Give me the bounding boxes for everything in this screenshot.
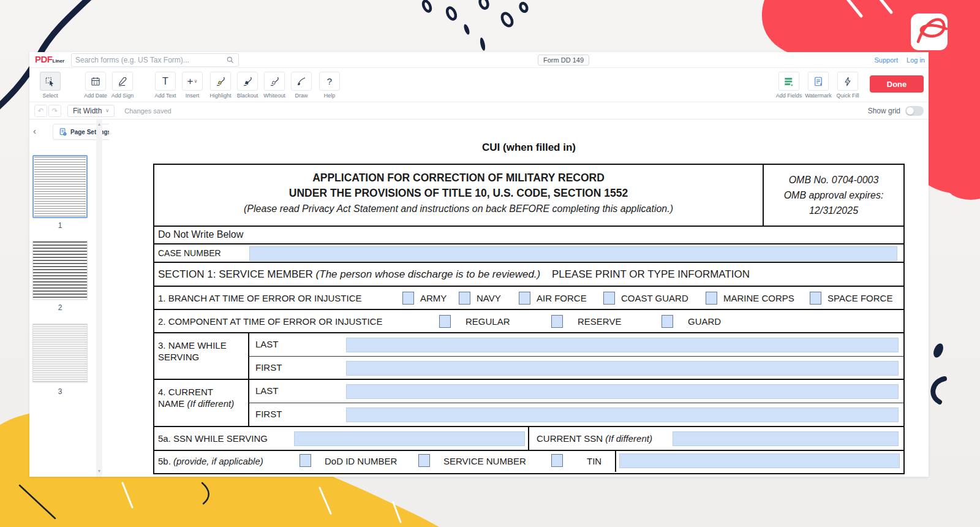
omb-number: OMB No. 0704-0003 [764, 172, 903, 188]
toggle-knob [907, 107, 914, 115]
first-label: FIRST [255, 409, 282, 419]
page-thumbnail-2[interactable] [32, 241, 88, 300]
add-fields-button[interactable]: Add Fields [775, 72, 802, 99]
select-cursor-icon [45, 76, 56, 87]
sidebar-collapse-button[interactable]: ‹ [33, 126, 36, 136]
undo-button[interactable]: ↶ [34, 105, 47, 117]
undo-icon: ↶ [37, 107, 43, 115]
serving-last-name-field[interactable] [346, 338, 899, 352]
page-thumbnail-1[interactable] [32, 155, 88, 218]
zoom-mode-value: Fit Width [73, 107, 102, 115]
navy-checkbox[interactable] [459, 292, 470, 305]
search-icon[interactable] [226, 56, 235, 64]
done-button[interactable]: Done [870, 75, 924, 93]
question3-label-line1: 3. NAME WHILE [158, 340, 227, 351]
add-text-button[interactable]: T Add Text [152, 72, 179, 99]
option-marine-corps: MARINE CORPS [706, 292, 794, 305]
current-last-name-field[interactable] [346, 384, 899, 399]
sidebar-scrollbar[interactable]: ▲ ▼ [96, 119, 102, 477]
help-button[interactable]: ? Help [316, 72, 343, 99]
logo-pdf-text: PDF [35, 54, 53, 64]
air-force-checkbox[interactable] [519, 292, 530, 305]
marine-corps-checkbox[interactable] [706, 292, 717, 305]
do-not-write-row: Do Not Write Below [154, 227, 903, 245]
view-toolbar: ↶ ↷ Fit Width ∨ Changes saved Show grid [29, 102, 929, 119]
question3-row: 3. NAME WHILESERVING LAST FIRST [154, 333, 903, 380]
ssn-while-serving-field[interactable] [294, 431, 525, 446]
section1-title: SECTION 1: SERVICE MEMBER [158, 268, 313, 280]
insert-button[interactable]: +∨ Insert [179, 72, 206, 99]
service-number-label: SERVICE NUMBER [443, 456, 526, 466]
draw-button[interactable]: Draw [288, 72, 315, 99]
current-ssn-field[interactable] [673, 431, 899, 446]
whiteout-button[interactable]: Whiteout [261, 72, 288, 99]
dots-cluster-dashes [463, 23, 486, 51]
pages-sidebar: ‹ Page Settings 1 2 3 ▲ ▼ [29, 119, 109, 477]
document-title-chip: Form DD 149 [538, 55, 589, 66]
regular-checkbox[interactable] [439, 315, 451, 328]
draw-pen-icon [296, 76, 307, 87]
option-regular: REGULAR [439, 315, 510, 328]
guard-checkbox[interactable] [662, 315, 673, 328]
search-form [71, 53, 239, 67]
section1-header: SECTION 1: SERVICE MEMBER (The person wh… [154, 263, 903, 287]
option-air-force: AIR FORCE [519, 292, 587, 305]
text-tool-icon: T [162, 76, 168, 87]
form-title-row: APPLICATION FOR CORRECTION OF MILITARY R… [154, 165, 903, 227]
question2-row: 2. COMPONENT AT TIME OF ERROR OR INJUSTI… [154, 310, 903, 333]
search-input[interactable] [75, 56, 226, 64]
page-settings-icon [59, 127, 67, 136]
quick-fill-button[interactable]: Quick Fill [834, 72, 861, 99]
page-number-1: 1 [32, 221, 88, 230]
redo-button[interactable]: ↷ [48, 105, 61, 117]
scroll-up-icon[interactable]: ▲ [96, 122, 102, 126]
case-number-field[interactable] [249, 246, 897, 261]
id-number-field[interactable] [619, 453, 900, 468]
show-grid-toggle[interactable] [905, 106, 924, 116]
page-thumbnail-3[interactable] [32, 324, 88, 382]
dd149-form: APPLICATION FOR CORRECTION OF MILITARY R… [153, 164, 905, 474]
question2-label: 2. COMPONENT AT TIME OF ERROR OR INJUSTI… [158, 316, 382, 327]
option-reserve: RESERVE [551, 315, 621, 328]
calendar-icon [90, 76, 101, 87]
add-date-button[interactable]: Add Date [82, 72, 109, 99]
dots-cluster [422, 0, 529, 28]
login-link[interactable]: Log in [907, 56, 925, 64]
scroll-down-icon[interactable]: ▼ [96, 469, 102, 473]
lightning-icon [843, 77, 853, 86]
question5b-label: 5b. (provide, if applicable) [158, 456, 263, 466]
select-tool-button[interactable]: Select [37, 72, 64, 99]
current-first-name-field[interactable] [346, 408, 899, 422]
question4-label-line2: NAME [158, 398, 187, 409]
highlight-brush-icon [215, 76, 226, 87]
question-icon: ? [327, 76, 332, 86]
omb-box: OMB No. 0704-0003 OMB approval expires: … [764, 165, 903, 226]
option-space-force: SPACE FORCE [810, 292, 892, 305]
pdfliner-logo[interactable]: PDFLiner [35, 54, 64, 64]
add-fields-icon [783, 76, 794, 87]
logo-liner-text: Liner [53, 58, 65, 64]
add-sign-button[interactable]: Add Sign [109, 72, 136, 99]
form-title-line3: (Please read Privacy Act Statement and i… [154, 201, 763, 217]
save-status: Changes saved [124, 107, 171, 115]
zoom-mode-dropdown[interactable]: Fit Width ∨ [67, 105, 115, 117]
serving-first-name-field[interactable] [346, 361, 899, 376]
support-link[interactable]: Support [874, 56, 898, 64]
watermark-button[interactable]: Watermark [805, 72, 832, 99]
tin-checkbox[interactable] [551, 454, 563, 467]
question3-label-line2: SERVING [158, 352, 199, 362]
coast-guard-checkbox[interactable] [603, 292, 615, 305]
dod-id-checkbox[interactable] [300, 454, 311, 467]
show-grid-label: Show grid [868, 107, 900, 115]
service-number-checkbox[interactable] [418, 454, 430, 467]
highlight-button[interactable]: Highlight [207, 72, 234, 99]
space-force-checkbox[interactable] [810, 292, 821, 305]
page-settings-button[interactable]: Page Settings [53, 124, 117, 140]
chevron-down-icon: ∨ [105, 108, 109, 113]
reserve-checkbox[interactable] [551, 315, 563, 328]
plus-icon: + [187, 75, 194, 88]
blackout-button[interactable]: Blackout [234, 72, 261, 99]
app-header: PDFLiner Form DD 149 Support Log in [29, 52, 929, 68]
army-checkbox[interactable] [402, 292, 414, 305]
redo-icon: ↷ [51, 107, 58, 115]
